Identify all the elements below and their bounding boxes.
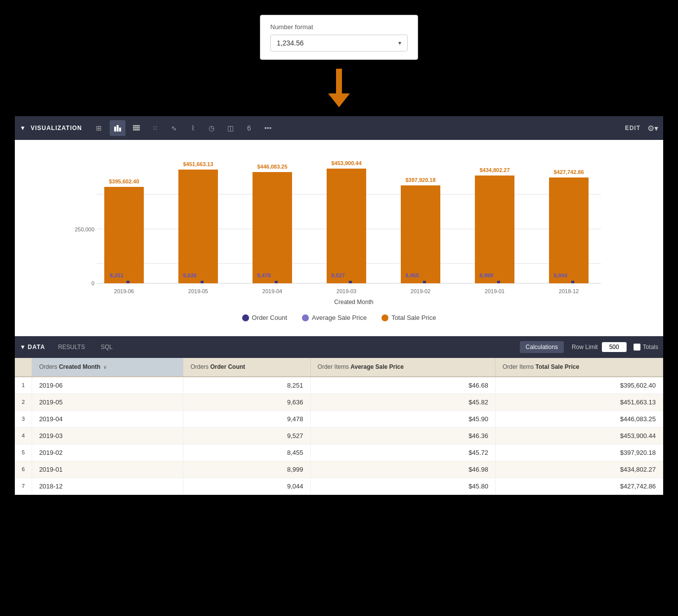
chart-legend: Order Count Average Sale Price Total Sal… [30, 308, 648, 331]
number-format-dropdown[interactable]: 1,234.56 ▾ [270, 35, 408, 51]
svg-text:$397,920.18: $397,920.18 [405, 177, 435, 183]
svg-text:0: 0 [91, 280, 94, 286]
svg-text:2019-03: 2019-03 [337, 288, 356, 294]
line-chart-icon[interactable]: ∿ [166, 120, 182, 136]
order-count-dot [242, 314, 249, 321]
legend-total-price: Total Sale Price [381, 314, 436, 321]
table-icon[interactable]: ⊞ [91, 120, 107, 136]
svg-text:$453,900.44: $453,900.44 [331, 160, 362, 166]
tab-sql[interactable]: SQL [94, 341, 120, 353]
bar-group-1[interactable]: $395,602.40 8,251 2019-06 [104, 178, 144, 294]
svg-rect-2 [119, 128, 121, 132]
edit-button[interactable]: EDIT [625, 125, 640, 132]
data-table: Orders Created Month ∨ Orders Order Coun… [15, 358, 663, 495]
svg-text:2019-05: 2019-05 [188, 288, 208, 294]
visualization-header: ▼ VISUALIZATION ⊞ ⁙ ∿ ⌇ ◷ ◫ 6 ••• EDIT [15, 116, 663, 140]
row-num-col-header [15, 358, 32, 377]
cell-order-count: 9,636 [183, 394, 310, 410]
svg-rect-22 [253, 172, 292, 283]
svg-text:250,000: 250,000 [75, 226, 94, 232]
cell-avg-price: $46.98 [310, 461, 495, 478]
clock-icon[interactable]: ◷ [204, 120, 219, 136]
bar-group-7[interactable]: $427,742.86 9,044 2018-12 [549, 169, 589, 294]
svg-rect-19 [201, 281, 204, 283]
row-number: 2 [15, 394, 32, 410]
svg-text:$427,742.86: $427,742.86 [553, 169, 584, 175]
bar-group-4[interactable]: $453,900.44 9,527 2019-03 [327, 160, 366, 294]
table-list-icon[interactable] [128, 120, 144, 136]
svg-text:8,999: 8,999 [479, 272, 493, 278]
svg-rect-17 [178, 170, 218, 283]
svg-text:8,455: 8,455 [405, 272, 419, 278]
cell-avg-price: $45.90 [310, 410, 495, 427]
svg-rect-32 [401, 185, 440, 283]
number-icon[interactable]: 6 [241, 120, 257, 136]
visualization-title: VISUALIZATION [31, 125, 82, 132]
svg-text:2019-06: 2019-06 [114, 288, 134, 294]
col-header-month[interactable]: Orders Created Month ∨ [32, 358, 183, 377]
svg-rect-37 [475, 176, 514, 283]
bar-group-5[interactable]: $397,920.18 8,455 2019-02 [401, 177, 440, 294]
cell-total-price: $446,083.25 [495, 410, 663, 427]
svg-rect-1 [117, 125, 119, 132]
cell-month: 2019-04 [32, 410, 183, 427]
cell-month: 2019-01 [32, 461, 183, 478]
cell-order-count: 9,527 [183, 427, 310, 444]
totals-checkbox[interactable] [634, 344, 640, 351]
cell-order-count: 8,455 [183, 444, 310, 461]
cell-total-price: $395,602.40 [495, 377, 663, 394]
svg-rect-24 [275, 281, 278, 283]
cell-avg-price: $45.82 [310, 394, 495, 410]
data-collapse-arrow[interactable]: ▼ [20, 344, 26, 351]
svg-text:9,636: 9,636 [183, 272, 197, 278]
down-arrow-indicator [328, 69, 350, 107]
bar-group-2[interactable]: $451,663.13 9,636 2019-05 [178, 161, 218, 294]
chevron-down-icon: ▾ [398, 40, 401, 46]
cell-avg-price: $45.72 [310, 444, 495, 461]
cell-month: 2019-05 [32, 394, 183, 410]
cell-total-price: $451,663.13 [495, 394, 663, 410]
calculations-button[interactable]: Calculations [520, 341, 564, 353]
legend-total-price-label: Total Sale Price [391, 314, 436, 321]
row-number: 7 [15, 478, 32, 494]
table-row: 2 2019-05 9,636 $45.82 $451,663.13 [15, 394, 663, 410]
map-icon[interactable]: ◫ [222, 120, 238, 136]
more-options-icon[interactable]: ••• [260, 120, 276, 136]
scatter-icon[interactable]: ⁙ [147, 120, 163, 136]
svg-rect-39 [497, 281, 500, 283]
col-header-avg-price[interactable]: Order Items Average Sale Price [310, 358, 495, 377]
table-row: 7 2018-12 9,044 $45.80 $427,742.86 [15, 478, 663, 494]
tab-results[interactable]: RESULTS [51, 341, 91, 353]
svg-text:8,251: 8,251 [110, 272, 124, 278]
svg-text:2019-04: 2019-04 [262, 288, 282, 294]
viz-collapse-arrow[interactable]: ▼ [20, 125, 26, 132]
main-panel: ▼ VISUALIZATION ⊞ ⁙ ∿ ⌇ ◷ ◫ 6 ••• EDIT [15, 116, 663, 495]
svg-text:Created Month: Created Month [334, 299, 373, 306]
number-format-value: 1,234.56 [277, 39, 304, 47]
totals-toggle[interactable]: Totals [634, 344, 658, 351]
svg-rect-3 [133, 125, 140, 127]
totals-label: Totals [643, 344, 658, 351]
area-chart-icon[interactable]: ⌇ [185, 120, 201, 136]
cell-order-count: 9,478 [183, 410, 310, 427]
svg-text:2019-01: 2019-01 [485, 288, 505, 294]
bar-group-3[interactable]: $446,083.25 9,478 2019-04 [253, 164, 292, 294]
data-section-header: ▼ DATA RESULTS SQL Calculations Row Limi… [15, 336, 663, 358]
svg-text:$395,602.40: $395,602.40 [109, 178, 139, 184]
svg-rect-44 [571, 281, 574, 283]
legend-avg-price-label: Average Sale Price [312, 314, 367, 321]
cell-order-count: 8,999 [183, 461, 310, 478]
svg-text:$451,663.13: $451,663.13 [183, 161, 213, 167]
bar-chart-icon[interactable] [110, 120, 126, 136]
svg-rect-27 [327, 169, 366, 283]
cell-total-price: $397,920.18 [495, 444, 663, 461]
svg-text:2018-12: 2018-12 [559, 288, 579, 294]
settings-button[interactable]: ⚙▾ [647, 124, 658, 133]
row-number: 6 [15, 461, 32, 478]
col-header-order-count[interactable]: Orders Order Count [183, 358, 310, 377]
row-limit-input[interactable] [602, 342, 627, 352]
svg-rect-29 [349, 281, 352, 283]
number-format-label: Number format [270, 23, 408, 31]
bar-group-6[interactable]: $434,802.27 8,999 2019-01 [475, 167, 514, 294]
col-header-total-price[interactable]: Order Items Total Sale Price [495, 358, 663, 377]
